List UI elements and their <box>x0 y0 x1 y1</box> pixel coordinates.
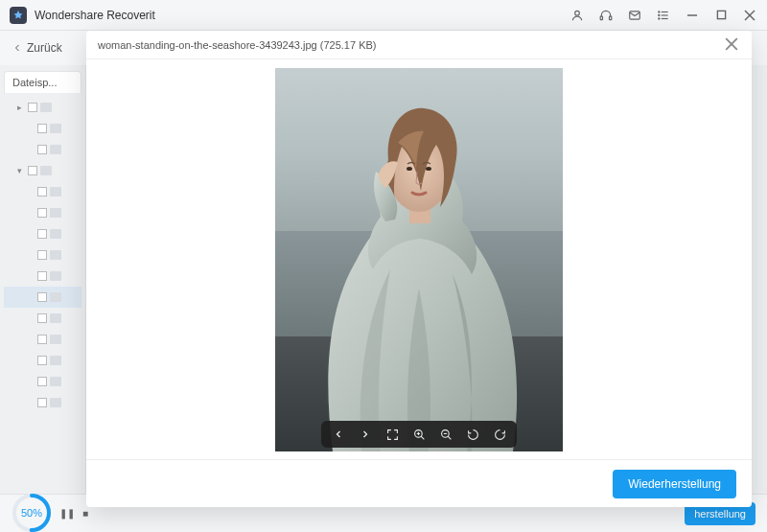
preview-image <box>275 68 563 451</box>
tree-row[interactable] <box>4 223 81 244</box>
tree-row[interactable] <box>4 139 81 160</box>
tree-row[interactable] <box>4 202 81 223</box>
tree-row[interactable] <box>4 287 81 308</box>
preview-footer: Wiederherstellung <box>86 459 752 507</box>
next-icon[interactable] <box>358 427 373 442</box>
svg-line-26 <box>421 436 424 439</box>
tree-row[interactable] <box>4 371 81 392</box>
tree-row[interactable] <box>4 329 81 350</box>
tree-row[interactable]: ▸ <box>4 97 81 118</box>
progress-percent: 50% <box>21 507 42 519</box>
scan-controls: ❚❚ ■ <box>59 508 88 519</box>
recover-button[interactable]: Wiederherstellung <box>613 470 736 498</box>
back-label: Zurück <box>27 41 62 55</box>
list-icon[interactable] <box>656 8 671 23</box>
headset-icon[interactable] <box>598 8 614 23</box>
app-title: Wondershare Recoverit <box>35 9 569 22</box>
folder-tree: ▸ ▾ <box>4 97 81 413</box>
svg-point-24 <box>426 167 431 171</box>
zoom-in-icon[interactable] <box>411 427 427 442</box>
sidebar-tab[interactable]: Dateisp... <box>4 71 81 93</box>
stop-icon[interactable]: ■ <box>82 508 88 519</box>
app-logo <box>10 7 27 24</box>
close-icon[interactable] <box>723 35 740 55</box>
prev-icon[interactable] <box>331 427 346 442</box>
fullscreen-icon[interactable] <box>384 427 400 442</box>
svg-rect-11 <box>717 11 725 18</box>
rotate-left-icon[interactable] <box>465 427 480 442</box>
tree-row[interactable] <box>4 244 81 266</box>
zoom-out-icon[interactable] <box>438 427 453 442</box>
rotate-right-icon[interactable] <box>492 427 507 442</box>
svg-point-9 <box>659 17 660 18</box>
tree-row[interactable] <box>4 266 81 287</box>
titlebar: Wondershare Recoverit <box>0 0 767 31</box>
preview-header: woman-standing-on-the-seashore-3439243.j… <box>86 31 752 59</box>
preview-body <box>86 59 752 459</box>
tree-row[interactable]: ▾ <box>4 160 81 181</box>
maximize-icon[interactable] <box>713 8 729 23</box>
close-window-icon[interactable] <box>742 8 757 23</box>
svg-rect-2 <box>610 16 612 20</box>
user-icon[interactable] <box>569 8 585 23</box>
mail-icon[interactable] <box>627 8 642 23</box>
tree-row[interactable] <box>4 181 81 202</box>
minimize-icon[interactable] <box>685 8 700 23</box>
svg-point-8 <box>659 14 660 15</box>
image-toolbar <box>321 421 517 448</box>
sidebar: Dateisp... ▸ ▾ <box>0 65 86 494</box>
back-button[interactable]: Zurück <box>12 41 62 55</box>
svg-line-30 <box>448 436 451 439</box>
svg-point-23 <box>407 167 412 171</box>
svg-point-0 <box>575 11 580 15</box>
tree-row[interactable] <box>4 392 81 413</box>
tree-row[interactable] <box>4 308 81 329</box>
tree-row[interactable] <box>4 350 81 371</box>
svg-point-7 <box>659 11 660 12</box>
preview-modal: woman-standing-on-the-seashore-3439243.j… <box>86 31 752 507</box>
preview-filename: woman-standing-on-the-seashore-3439243.j… <box>98 39 723 51</box>
pause-icon[interactable]: ❚❚ <box>59 508 75 519</box>
svg-rect-1 <box>600 16 602 20</box>
progress-ring: 50% <box>12 493 52 533</box>
tree-row[interactable] <box>4 118 81 139</box>
